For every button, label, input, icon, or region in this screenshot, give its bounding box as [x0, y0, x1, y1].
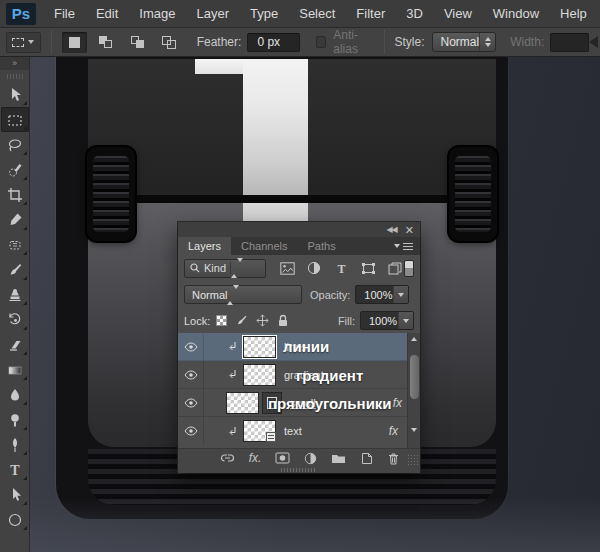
marquee-preset-icon: [12, 38, 24, 47]
width-input[interactable]: [550, 33, 589, 52]
opacity-input[interactable]: 100%: [355, 285, 409, 304]
filter-pixel-layer-icon[interactable]: [278, 260, 296, 276]
feather-input[interactable]: 0 px: [247, 33, 300, 52]
new-selection-button[interactable]: [62, 32, 87, 53]
layer-effects-badge[interactable]: fx: [393, 396, 402, 410]
tool-pen[interactable]: [1, 432, 29, 457]
lock-transparency-icon[interactable]: [216, 315, 227, 326]
tool-crop[interactable]: [1, 182, 29, 207]
tool-eraser[interactable]: [1, 332, 29, 357]
filter-shape-layer-icon[interactable]: [359, 260, 377, 276]
tool-move[interactable]: [1, 82, 29, 107]
pen-icon: [7, 437, 23, 453]
menu-filter[interactable]: Filter: [356, 6, 385, 21]
tool-brush[interactable]: [1, 257, 29, 282]
tool-blur[interactable]: [1, 382, 29, 407]
menu-view[interactable]: View: [444, 6, 472, 21]
style-select[interactable]: Normal: [432, 32, 497, 52]
opacity-dropdown-button[interactable]: [393, 286, 408, 303]
add-adjustment-layer-button[interactable]: [304, 452, 317, 465]
menu-help[interactable]: Help: [560, 6, 587, 21]
close-panel-icon[interactable]: ✕: [405, 225, 414, 235]
tool-history-brush[interactable]: [1, 307, 29, 332]
visibility-toggle[interactable]: [178, 417, 204, 445]
tool-type[interactable]: T: [1, 457, 29, 482]
tab-layers[interactable]: Layers: [178, 237, 231, 255]
layer-row-text[interactable]: text fx: [178, 417, 420, 445]
menu-lines-icon: [403, 243, 413, 250]
menu-3d[interactable]: 3D: [406, 6, 423, 21]
add-layer-mask-button[interactable]: [275, 452, 290, 464]
delete-layer-button[interactable]: [387, 452, 400, 465]
stepper-icon: [227, 289, 239, 301]
tool-quick-selection[interactable]: [1, 157, 29, 182]
antialias-checkbox[interactable]: [316, 36, 326, 48]
tool-preset-picker[interactable]: [6, 32, 41, 53]
fill-input[interactable]: 100%: [360, 311, 414, 330]
filter-type-layer-icon[interactable]: T: [332, 260, 350, 276]
tool-rectangular-marquee[interactable]: [1, 107, 29, 132]
layer-row-gradient[interactable]: gradient градиент: [178, 361, 420, 389]
visibility-toggle[interactable]: [178, 333, 204, 360]
layer-thumbnail[interactable]: [243, 336, 276, 358]
panel-drag-edge[interactable]: [178, 467, 420, 473]
subtract-from-selection-button[interactable]: [126, 32, 151, 53]
fill-dropdown-button[interactable]: [398, 312, 413, 329]
tool-ellipse[interactable]: [1, 507, 29, 532]
layer-row-lines[interactable]: lines линии: [178, 333, 420, 361]
visibility-toggle[interactable]: [178, 361, 204, 388]
menu-layer[interactable]: Layer: [197, 6, 230, 21]
tool-path-selection[interactable]: [1, 482, 29, 507]
tool-eyedropper[interactable]: [1, 207, 29, 232]
filter-kind-select[interactable]: Kind: [184, 259, 266, 278]
layer-name[interactable]: text: [284, 425, 302, 437]
tool-gradient[interactable]: [1, 357, 29, 382]
layer-effects-badge[interactable]: fx: [389, 424, 398, 438]
rectangular-marquee-icon: [7, 112, 23, 128]
tool-patch[interactable]: [1, 232, 29, 257]
chevron-down-icon: [28, 40, 34, 44]
menu-type[interactable]: Type: [250, 6, 278, 21]
menu-image[interactable]: Image: [139, 6, 175, 21]
layer-thumbnail[interactable]: [243, 364, 276, 386]
tool-dodge[interactable]: [1, 407, 29, 432]
panel-resize-grip[interactable]: [407, 454, 419, 466]
layer-thumbnail[interactable]: [226, 392, 259, 414]
filter-smart-object-icon[interactable]: [386, 260, 404, 276]
blend-mode-select[interactable]: Normal: [184, 285, 302, 304]
panel-title-bar[interactable]: ◀◀ ✕: [178, 222, 420, 237]
scrollbar-thumb[interactable]: [410, 355, 419, 399]
add-to-selection-button[interactable]: [94, 32, 119, 53]
tab-channels[interactable]: Channels: [231, 237, 297, 255]
scroll-up-icon[interactable]: [411, 337, 417, 341]
tool-lasso[interactable]: [1, 132, 29, 157]
layer-row-scroll[interactable]: scroll прямоугольники fx: [178, 389, 420, 417]
filter-adjustment-layer-icon[interactable]: [305, 260, 323, 276]
layer-style-button[interactable]: fx.: [249, 451, 262, 465]
new-layer-button[interactable]: [360, 452, 373, 465]
menu-window[interactable]: Window: [493, 6, 539, 21]
scroll-down-icon[interactable]: [411, 428, 417, 432]
tool-clone-stamp[interactable]: [1, 282, 29, 307]
menu-edit[interactable]: Edit: [96, 6, 118, 21]
lock-all-icon[interactable]: [277, 314, 289, 327]
menu-file[interactable]: File: [54, 6, 75, 21]
collapse-panel-icon[interactable]: ◀◀: [386, 225, 396, 234]
tab-paths[interactable]: Paths: [298, 237, 346, 255]
intersect-selection-button[interactable]: [158, 32, 183, 53]
lock-paint-icon[interactable]: [235, 314, 248, 327]
layer-list-scrollbar[interactable]: [407, 333, 420, 448]
new-group-button[interactable]: [331, 453, 346, 464]
toolbar-grip[interactable]: [7, 74, 23, 79]
trash-icon: [387, 452, 400, 465]
visibility-toggle[interactable]: [178, 389, 204, 416]
link-layers-button[interactable]: [220, 453, 235, 463]
collapse-toolbar-button[interactable]: »: [0, 57, 29, 70]
menu-select[interactable]: Select: [299, 6, 335, 21]
filter-on-off-toggle[interactable]: [404, 260, 414, 277]
eyedropper-icon: [7, 212, 23, 228]
lasso-icon: [7, 137, 23, 153]
layer-thumbnail[interactable]: [243, 420, 276, 442]
lock-position-icon[interactable]: [256, 314, 269, 327]
panel-menu-button[interactable]: [394, 237, 420, 255]
